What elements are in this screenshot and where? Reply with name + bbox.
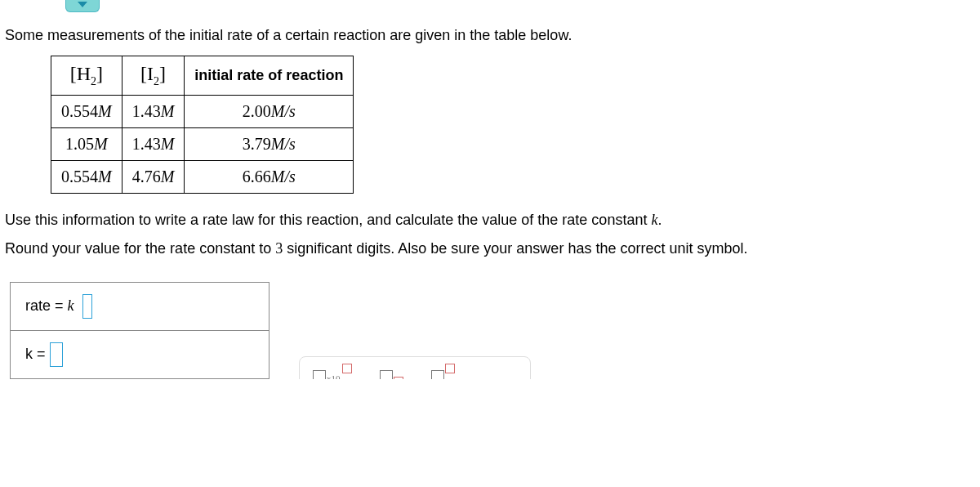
header-rate: initial rate of reaction <box>185 56 354 96</box>
k-value-cell: k = <box>11 330 270 378</box>
rate-law-cell: rate = k <box>11 282 270 330</box>
header-h2: [H2] <box>51 56 122 96</box>
data-table: [H2] [I2] initial rate of reaction 0.554… <box>51 56 354 194</box>
palette-superscript[interactable] <box>431 370 455 379</box>
question-1: Use this information to write a rate law… <box>5 212 975 229</box>
palette-sci-notation[interactable]: x10 <box>313 370 352 379</box>
table-row: 0.554M 1.43M 2.00M/s <box>51 95 354 127</box>
question-2: Round your value for the rate constant t… <box>5 240 975 257</box>
intro-text: Some measurements of the initial rate of… <box>5 27 975 44</box>
table-row: 0.554M 4.76M 6.66M/s <box>51 160 354 193</box>
rate-label: rate = <box>25 297 68 314</box>
symbol-palette: x10 · <box>299 356 531 379</box>
answer-area: rate = k k = <box>10 282 270 379</box>
rate-k: k <box>68 297 74 314</box>
table-row: 1.05M 1.43M 3.79M/s <box>51 127 354 160</box>
chevron-down-icon[interactable] <box>65 0 100 12</box>
k-value-input[interactable] <box>50 342 63 367</box>
header-i2: [I2] <box>122 56 185 96</box>
rate-law-input[interactable] <box>82 294 92 319</box>
palette-subscript[interactable] <box>380 370 403 379</box>
k-label: k = <box>25 346 50 362</box>
